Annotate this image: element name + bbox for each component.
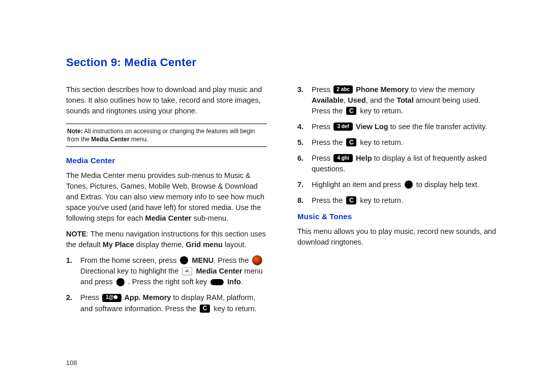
music-tones-heading: Music & Tones — [297, 211, 498, 222]
step-number: 8. — [297, 195, 312, 206]
note-box: Note: All instructions on accessing or c… — [66, 124, 267, 147]
s2a: Press — [80, 293, 101, 301]
s1b: . Press the — [214, 256, 251, 264]
s3b: Phone Memory — [354, 85, 409, 94]
page-number: 108 — [66, 359, 77, 367]
s7a: Highlight an item and press — [312, 180, 403, 189]
step-5: 5. Press the C key to return. — [297, 137, 498, 148]
ok-key-icon — [180, 256, 188, 264]
s6b: Help — [354, 154, 372, 162]
p2f: layout. — [223, 240, 247, 249]
step-body: Highlight an item and press to display h… — [312, 179, 498, 190]
note-label: Note: — [67, 128, 83, 135]
s8a: Press the — [312, 196, 345, 204]
s1a: From the home screen, press — [80, 256, 178, 264]
s5a: Press the — [312, 138, 345, 146]
s1-menu: MENU — [190, 256, 214, 264]
s4a: Press — [312, 123, 332, 131]
step-1: 1. From the home screen, press MENU. Pre… — [66, 255, 267, 287]
p2d: display theme, — [134, 240, 186, 249]
p2-note: NOTE — [66, 230, 86, 238]
s7b: to display help text. — [414, 180, 479, 189]
s3h: Total — [396, 96, 414, 104]
c-key-icon: C — [346, 107, 356, 115]
s4b: View Log — [354, 123, 388, 131]
s1f: . — [241, 278, 243, 286]
manual-page: Section 9: Media Center This section des… — [0, 0, 549, 340]
right-column: 3. Press 2 abc Phone Memory to view the … — [297, 84, 498, 319]
step-body: Press 3 def View Log to see the file tra… — [312, 122, 498, 132]
p2e: Grid menu — [186, 240, 223, 249]
step-number: 4. — [297, 122, 312, 132]
softkey-icon — [210, 279, 224, 285]
step-2: 2. Press 1@⚈ App. Memory to display RAM,… — [66, 292, 267, 314]
two-column-layout: This section describes how to download a… — [66, 84, 498, 319]
s3f: Used — [348, 96, 365, 104]
c-key-icon: C — [346, 138, 356, 146]
key-1-icon: 1@⚈ — [102, 294, 121, 302]
s1mc: Media Center — [194, 267, 242, 275]
steps-left: 1. From the home screen, press MENU. Pre… — [66, 255, 267, 314]
step-body: Press the C key to return. — [312, 137, 498, 148]
s1info: Info — [225, 278, 241, 286]
note-bold: Media Center — [91, 136, 129, 143]
s4c: to see the file transfer activity. — [388, 123, 487, 131]
ok-key-icon — [116, 278, 125, 286]
music-tones-paragraph: This menu allows you to play music, reco… — [297, 226, 498, 248]
s3e: , — [344, 96, 348, 104]
step-body: Press 4 ghi Help to display a list of fr… — [312, 153, 498, 174]
c-key-icon: C — [200, 305, 210, 313]
step-number: 2. — [66, 292, 80, 314]
left-column: This section describes how to download a… — [66, 84, 267, 319]
media-center-heading: Media Center — [66, 155, 267, 166]
step-number: 7. — [297, 179, 312, 190]
media-center-app-icon — [182, 267, 192, 276]
step-6: 6. Press 4 ghi Help to display a list of… — [297, 153, 498, 174]
step-7: 7. Highlight an item and press to displa… — [297, 179, 498, 190]
note-tail: menu. — [130, 136, 148, 143]
steps-right: 3. Press 2 abc Phone Memory to view the … — [297, 84, 498, 206]
step-number: 5. — [297, 137, 312, 148]
step-8: 8. Press the C key to return. — [297, 195, 498, 206]
p2c: My Place — [103, 240, 134, 249]
intro-paragraph: This section describes how to download a… — [66, 84, 267, 116]
s3c: to view the memory — [409, 85, 475, 94]
s3j: key to return. — [358, 107, 403, 115]
s3g: , and the — [366, 96, 396, 104]
key-3-icon: 3 def — [333, 123, 353, 131]
step-number: 3. — [297, 84, 312, 116]
step-body: Press 2 abc Phone Memory to view the mem… — [312, 84, 498, 116]
paragraph-2: NOTE: The menu navigation instructions f… — [66, 229, 267, 250]
ok-key-icon — [405, 180, 413, 189]
s1c: Directional key to highlight the — [80, 267, 180, 275]
s3d: Available — [312, 96, 344, 104]
step-4: 4. Press 3 def View Log to see the file … — [297, 122, 498, 132]
s6a: Press — [312, 154, 332, 162]
step-body: Press 1@⚈ App. Memory to display RAM, pl… — [80, 292, 267, 314]
step-number: 6. — [297, 153, 312, 174]
p1bold: Media Center — [145, 214, 192, 222]
paragraph-1: The Media Center menu provides sub-menus… — [66, 170, 267, 224]
step-body: Press the C key to return. — [312, 195, 498, 206]
s1e: . Press the right soft key — [126, 278, 209, 286]
step-body: From the home screen, press MENU. Press … — [80, 255, 267, 287]
key-2-icon: 2 abc — [333, 85, 353, 94]
s5b: key to return. — [358, 138, 403, 146]
section-title: Section 9: Media Center — [66, 56, 498, 69]
s2d: key to return. — [211, 305, 257, 313]
s3a: Press — [312, 85, 332, 94]
step-number: 1. — [66, 255, 80, 287]
c-key-icon: C — [346, 196, 356, 204]
s2b: App. Memory — [123, 293, 171, 301]
s8b: key to return. — [358, 196, 403, 204]
key-4-icon: 4 ghi — [333, 154, 353, 162]
p1b: sub-menu. — [192, 214, 229, 222]
directional-key-icon — [252, 255, 262, 265]
step-3: 3. Press 2 abc Phone Memory to view the … — [297, 84, 498, 116]
